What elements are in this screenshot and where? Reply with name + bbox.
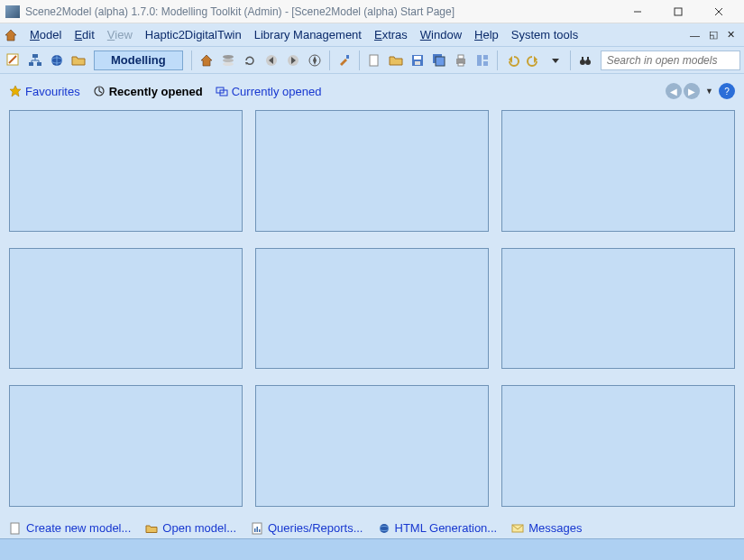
menu-library[interactable]: Library Management <box>248 25 368 44</box>
svg-point-51 <box>380 524 389 533</box>
tab-favourites[interactable]: Favourites <box>9 85 80 98</box>
svg-rect-30 <box>458 55 464 59</box>
messages-link[interactable]: Messages <box>511 521 582 535</box>
folder-open-icon[interactable] <box>69 50 88 70</box>
svg-rect-50 <box>259 529 261 532</box>
home-icon[interactable] <box>4 28 18 42</box>
mode-selector[interactable]: Modelling <box>94 50 183 70</box>
svg-marker-21 <box>313 56 317 65</box>
recent-grid <box>9 105 735 516</box>
layout-icon[interactable] <box>473 50 492 70</box>
folder-icon[interactable] <box>386 50 406 70</box>
redo-icon[interactable] <box>524 50 544 70</box>
svg-rect-25 <box>414 56 421 60</box>
globe-icon[interactable] <box>47 50 67 70</box>
recent-card[interactable] <box>255 110 489 232</box>
svg-rect-41 <box>587 57 589 60</box>
search-input[interactable] <box>607 54 734 67</box>
svg-rect-49 <box>257 527 259 532</box>
nav-prev-button[interactable]: ◀ <box>666 83 682 99</box>
home-icon-tb[interactable] <box>197 50 216 70</box>
menu-system[interactable]: System tools <box>505 25 584 44</box>
save-all-icon[interactable] <box>429 50 449 70</box>
svg-rect-48 <box>254 528 256 532</box>
tab-current[interactable]: Currently opened <box>216 85 322 98</box>
menubar: Modeldocument.currentScript.previousElem… <box>0 23 744 47</box>
statusbar <box>0 538 744 560</box>
svg-point-12 <box>223 55 234 59</box>
help-button[interactable]: ? <box>719 83 735 99</box>
svg-rect-33 <box>483 55 488 60</box>
close-button[interactable] <box>698 0 739 23</box>
mail-icon <box>511 522 524 535</box>
svg-rect-8 <box>37 62 41 66</box>
html-gen-link[interactable]: HTML Generation... <box>378 521 498 535</box>
queries-link[interactable]: Queries/Reports... <box>251 521 363 535</box>
mdi-close-button[interactable]: ✕ <box>725 29 737 41</box>
tab-recent[interactable]: Recently opened <box>93 85 203 98</box>
app-icon <box>5 5 20 18</box>
svg-point-13 <box>223 59 234 62</box>
svg-rect-46 <box>11 523 19 534</box>
refresh-icon[interactable] <box>240 50 260 70</box>
new-file-icon[interactable] <box>364 50 384 70</box>
html-gen-label: HTML Generation... <box>395 521 498 535</box>
menu-model[interactable]: Modeldocument.currentScript.previousElem… <box>23 25 68 44</box>
tab-current-label: Currently opened <box>232 85 322 98</box>
svg-rect-26 <box>415 61 420 65</box>
save-icon[interactable] <box>408 50 427 70</box>
new-file-icon <box>9 522 22 535</box>
recent-card[interactable] <box>9 248 243 370</box>
svg-rect-32 <box>477 55 482 66</box>
svg-marker-11 <box>201 55 212 66</box>
mdi-minimize-button[interactable]: — <box>688 30 702 41</box>
edit-icon[interactable] <box>4 50 23 70</box>
brush-icon[interactable] <box>335 50 354 70</box>
open-model-link[interactable]: Open model... <box>145 521 236 535</box>
svg-point-14 <box>223 62 234 66</box>
create-model-link[interactable]: Create new model... <box>9 521 131 535</box>
nav-arrows: ◀ ▶ ▼ ? <box>666 83 735 99</box>
window-controls <box>617 0 739 23</box>
nav-dropdown-icon[interactable]: ▼ <box>702 87 717 96</box>
menu-help[interactable]: Help <box>468 25 505 44</box>
svg-rect-40 <box>582 57 583 60</box>
recent-card[interactable] <box>501 248 735 370</box>
recent-card[interactable] <box>255 385 489 507</box>
menu-window[interactable]: Window <box>414 25 468 44</box>
search-input-wrapper <box>601 50 740 70</box>
nav-next-button[interactable]: ▶ <box>684 83 700 99</box>
menu-extras[interactable]: Extras <box>368 25 414 44</box>
svg-rect-22 <box>346 55 349 59</box>
back-icon[interactable] <box>262 50 281 70</box>
recent-card[interactable] <box>255 248 489 370</box>
menu-haptic[interactable]: Haptic2DigitalTwin <box>139 25 248 44</box>
maximize-button[interactable] <box>657 0 698 23</box>
messages-label: Messages <box>528 521 582 535</box>
forward-icon[interactable] <box>283 50 303 70</box>
start-tabs: Favourites Recently opened Currently ope… <box>9 81 735 105</box>
recent-card[interactable] <box>501 110 735 232</box>
dropdown-icon[interactable] <box>546 50 565 70</box>
svg-rect-1 <box>675 8 682 15</box>
undo-icon[interactable] <box>502 50 522 70</box>
minimize-button[interactable] <box>617 0 657 23</box>
menu-edit[interactable]: Edit <box>68 25 100 44</box>
svg-marker-4 <box>5 30 16 41</box>
recent-card[interactable] <box>501 385 735 507</box>
svg-rect-31 <box>458 63 464 66</box>
stack-icon[interactable] <box>218 50 238 70</box>
tree-icon[interactable] <box>25 50 45 70</box>
window-title: Scene2Model (alpha) 1.7.0: Modelling Too… <box>25 5 617 18</box>
mdi-restore-button[interactable]: ◱ <box>707 29 720 41</box>
bottom-links: Create new model... Open model... Querie… <box>9 516 735 538</box>
star-icon <box>9 85 22 97</box>
recent-card[interactable] <box>9 385 243 507</box>
globe-icon <box>378 522 390 535</box>
binoculars-icon[interactable] <box>575 50 595 70</box>
tab-recent-label: Recently opened <box>109 85 203 98</box>
compass-icon[interactable] <box>305 50 325 70</box>
recent-card[interactable] <box>9 110 243 232</box>
svg-marker-42 <box>10 86 21 96</box>
print-icon[interactable] <box>451 50 471 70</box>
